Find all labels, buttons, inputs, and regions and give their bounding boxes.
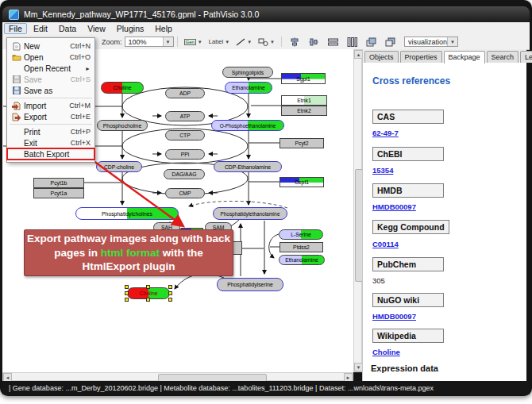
annotation-callout: Export pathway images along with back pa… bbox=[24, 229, 233, 276]
menu-item-exit[interactable]: Exit Ctrl+X bbox=[7, 137, 94, 148]
node-ctp[interactable]: CTP bbox=[165, 130, 205, 140]
menu-item-print[interactable]: Print Ctrl+P bbox=[7, 126, 94, 137]
node-phosphatidylethanolamine[interactable]: Phosphatidylethanolamine bbox=[213, 207, 287, 220]
menu-item-save[interactable]: Save Ctrl+S bbox=[7, 74, 94, 85]
pathvisio-window: Mm_Kennedy_pathway_WP1771_45176.gpml - P… bbox=[0, 0, 532, 404]
node-ethanolamine-top[interactable]: Ethanolamine bbox=[225, 82, 272, 94]
save-as-icon bbox=[10, 87, 22, 94]
menu-item-export[interactable]: Export Ctrl+E bbox=[7, 111, 94, 122]
selection-handle[interactable] bbox=[125, 298, 129, 302]
menu-separator bbox=[10, 98, 92, 98]
node-sgpl1[interactable]: Sgpl1 bbox=[281, 73, 326, 84]
node-sphingolipids[interactable]: Sphingolipids bbox=[222, 67, 273, 78]
open-folder-icon bbox=[10, 53, 22, 61]
menu-item-import[interactable]: Import Ctrl+M bbox=[7, 100, 94, 111]
node-choline-top[interactable]: Choline bbox=[101, 82, 144, 94]
node-pcyt1a[interactable]: Pcyt1a bbox=[33, 188, 84, 198]
file-menu: New Ctrl+N Open Ctrl+O Open Recent ► Sav… bbox=[6, 37, 95, 163]
new-document-icon bbox=[10, 42, 22, 51]
selection-handle[interactable] bbox=[168, 291, 172, 295]
selection-handle[interactable] bbox=[146, 285, 150, 289]
node-phosphatidylserine[interactable]: Phosphatidylserine bbox=[217, 278, 283, 291]
selected-node-wrapper: Choline bbox=[125, 285, 172, 302]
highlighted-text: html format bbox=[101, 247, 160, 259]
selection-handle[interactable] bbox=[168, 285, 172, 289]
node-etnk1[interactable]: Etnk1 bbox=[281, 95, 327, 106]
node-dag-aag[interactable]: DAG/AAG bbox=[164, 169, 205, 179]
node-ptdss2[interactable]: Ptdss2 bbox=[279, 242, 323, 252]
node-pcyt1b[interactable]: Pcyt1b bbox=[33, 178, 84, 188]
node-ppi[interactable]: PPi bbox=[165, 149, 205, 160]
node-phosphatidylcholines[interactable]: Phosphatidylcholines bbox=[75, 207, 179, 220]
node-o-phosphoethanolamine[interactable]: O-Phosphoethanolamine bbox=[211, 120, 284, 131]
node-cept1[interactable]: Cept1 bbox=[279, 177, 324, 187]
menu-item-open-recent[interactable]: Open Recent ► bbox=[7, 63, 94, 74]
node-phosphocholine[interactable]: Phosphocholine bbox=[97, 120, 148, 131]
menu-item-save-as[interactable]: Save as bbox=[7, 85, 94, 96]
selection-handle[interactable] bbox=[125, 285, 129, 289]
import-icon bbox=[10, 102, 22, 110]
node-l-serine[interactable]: L-Serine bbox=[279, 229, 323, 240]
node-cmp[interactable]: CMP bbox=[165, 188, 205, 198]
selection-handle[interactable] bbox=[146, 298, 150, 302]
node-cdp-choline[interactable]: CDP-choline bbox=[96, 161, 142, 172]
node-pcyt2[interactable]: Pcyt2 bbox=[279, 138, 324, 148]
menu-item-open[interactable]: Open Ctrl+O bbox=[7, 52, 94, 63]
submenu-arrow-icon: ► bbox=[85, 66, 91, 71]
selection-handle[interactable] bbox=[168, 298, 172, 302]
export-icon bbox=[10, 113, 22, 121]
node-atp[interactable]: ATP bbox=[165, 111, 205, 121]
menu-separator bbox=[10, 124, 92, 125]
node-adp[interactable]: ADP bbox=[165, 88, 205, 98]
node-etnk2[interactable]: Etnk2 bbox=[281, 106, 327, 116]
save-icon bbox=[10, 75, 22, 83]
node-cdp-ethanolamine[interactable]: CDP-Ethanolamine bbox=[214, 161, 282, 172]
menu-item-new[interactable]: New Ctrl+N bbox=[7, 40, 94, 52]
menu-item-batch-export[interactable]: Batch Export bbox=[7, 148, 94, 160]
selection-handle[interactable] bbox=[125, 291, 129, 295]
node-ethanolamine-bottom[interactable]: Ethanolamine bbox=[279, 255, 325, 265]
